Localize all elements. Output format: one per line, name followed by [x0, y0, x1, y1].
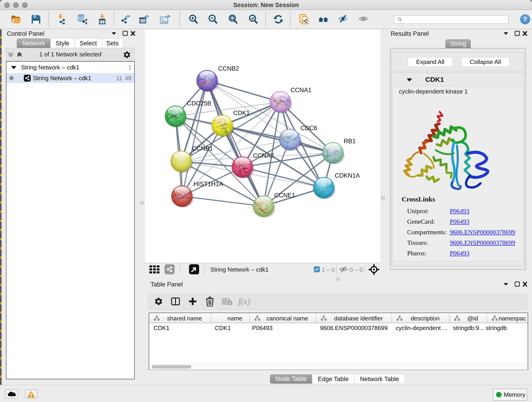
svg-text:CDK1: CDK1 — [233, 109, 250, 116]
svg-text:CCNB2: CCNB2 — [218, 65, 239, 72]
svg-text:CCNE1: CCNE1 — [274, 192, 295, 199]
svg-text:HIST1H1A: HIST1H1A — [194, 181, 223, 187]
svg-text:CDC6: CDC6 — [300, 125, 317, 132]
svg-text:CCNA2: CCNA2 — [253, 152, 274, 159]
svg-text:CDC25B: CDC25B — [187, 100, 211, 107]
svg-text:CCNB1: CCNB1 — [192, 145, 213, 152]
svg-text:CCNA1: CCNA1 — [291, 87, 312, 94]
svg-text:CDKN1A: CDKN1A — [335, 172, 360, 179]
svg-text:RB1: RB1 — [344, 138, 356, 145]
